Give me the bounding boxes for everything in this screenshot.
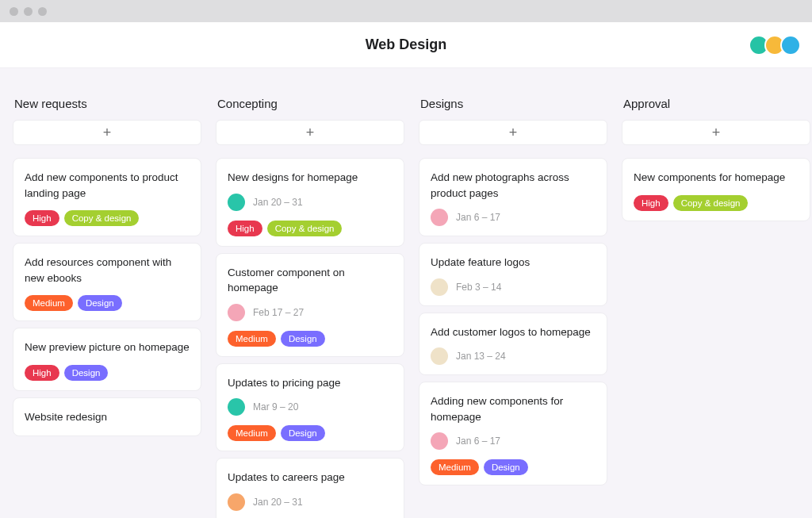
task-date-range: Jan 6 – 17 xyxy=(456,436,500,447)
task-title: Updates to pricing page xyxy=(228,375,393,391)
board-column: Approval+New components for homepageHigh… xyxy=(622,97,810,518)
task-tags: MediumDesign xyxy=(25,295,190,311)
project-members[interactable] xyxy=(753,35,801,56)
traffic-light-zoom[interactable] xyxy=(38,7,47,16)
task-tag[interactable]: Copy & design xyxy=(267,221,343,236)
plus-icon: + xyxy=(306,125,315,140)
task-tag[interactable]: Design xyxy=(64,365,109,381)
window-titlebar xyxy=(0,0,812,22)
task-tag[interactable]: Copy & design xyxy=(64,210,140,226)
task-tag[interactable]: High xyxy=(25,365,59,381)
task-tags: MediumDesign xyxy=(228,425,393,441)
task-date-range: Jan 20 – 31 xyxy=(253,197,303,208)
task-tag[interactable]: Medium xyxy=(431,459,479,475)
task-title: New designs for homepage xyxy=(228,170,393,186)
board-column: Designs+Add new photographs across produ… xyxy=(419,97,607,518)
assignee-avatar[interactable] xyxy=(228,493,245,511)
task-title: Updates to careers page xyxy=(228,470,393,485)
column-title[interactable]: Designs xyxy=(419,97,607,110)
task-card[interactable]: Add resources component with new ebooksM… xyxy=(13,243,201,321)
assignee-avatar[interactable] xyxy=(431,432,448,450)
assignee-avatar[interactable] xyxy=(228,304,245,321)
traffic-light-close[interactable] xyxy=(10,7,18,16)
assignee-avatar[interactable] xyxy=(431,278,448,296)
task-date-range: Feb 3 – 14 xyxy=(456,282,501,293)
column-title[interactable]: New requests xyxy=(13,97,201,110)
task-card[interactable]: Updates to careers pageJan 20 – 31Medium xyxy=(216,458,404,518)
add-task-button[interactable]: + xyxy=(13,120,201,145)
task-date-range: Mar 9 – 20 xyxy=(253,401,298,412)
add-task-button[interactable]: + xyxy=(216,120,404,145)
task-tag[interactable]: Copy & design xyxy=(673,195,749,211)
task-tag[interactable]: Medium xyxy=(228,331,276,347)
task-title: Update feature logos xyxy=(431,255,596,271)
task-date-range: Feb 17 – 27 xyxy=(253,307,304,318)
plus-icon: + xyxy=(103,125,112,140)
task-card[interactable]: Add customer logos to homepageJan 13 – 2… xyxy=(419,313,607,376)
task-card[interactable]: Website redesign xyxy=(13,397,201,437)
task-tags: HighCopy & design xyxy=(228,221,393,236)
column-title[interactable]: Concepting xyxy=(216,97,404,110)
task-tags: HighCopy & design xyxy=(634,195,799,211)
task-tag[interactable]: Design xyxy=(78,295,122,311)
task-card[interactable]: Updates to pricing pageMar 9 – 20MediumD… xyxy=(216,363,404,452)
task-tag[interactable]: High xyxy=(634,195,668,211)
plus-icon: + xyxy=(509,125,518,140)
task-card[interactable]: New preview picture on homepageHighDesig… xyxy=(13,328,201,391)
task-title: Add new components to product landing pa… xyxy=(25,170,190,201)
task-meta: Mar 9 – 20 xyxy=(228,398,393,416)
task-tags: HighDesign xyxy=(25,365,190,381)
task-meta: Jan 13 – 24 xyxy=(431,347,596,365)
task-title: Add customer logos to homepage xyxy=(431,324,596,340)
member-avatar[interactable] xyxy=(780,35,801,56)
board-column: Concepting+New designs for homepageJan 2… xyxy=(216,97,404,518)
project-title: Web Design xyxy=(366,36,447,53)
task-tag[interactable]: Design xyxy=(484,459,528,475)
column-title[interactable]: Approval xyxy=(622,97,810,110)
assignee-avatar[interactable] xyxy=(228,194,245,211)
task-title: Add resources component with new ebooks xyxy=(25,255,190,286)
task-tags: MediumDesign xyxy=(228,331,393,347)
task-card[interactable]: Add new components to product landing pa… xyxy=(13,158,201,236)
add-task-button[interactable]: + xyxy=(419,120,607,145)
task-meta: Jan 20 – 31 xyxy=(228,194,393,211)
task-date-range: Jan 20 – 31 xyxy=(253,497,303,508)
task-tag[interactable]: High xyxy=(228,221,262,236)
task-meta: Feb 3 – 14 xyxy=(431,278,596,296)
task-meta: Jan 6 – 17 xyxy=(431,209,596,226)
task-title: Adding new components for homepage xyxy=(431,393,596,424)
app-header: Web Design xyxy=(0,22,812,68)
task-tag[interactable]: High xyxy=(25,210,59,226)
kanban-board: New requests+Add new components to produ… xyxy=(0,68,812,518)
task-title: Customer component on homepage xyxy=(228,265,393,296)
task-card[interactable]: New designs for homepageJan 20 – 31HighC… xyxy=(216,158,404,247)
task-title: Add new photographs across product pages xyxy=(431,170,596,201)
task-meta: Jan 6 – 17 xyxy=(431,432,596,450)
task-meta: Jan 20 – 31 xyxy=(228,493,393,511)
assignee-avatar[interactable] xyxy=(431,209,448,226)
task-card[interactable]: New components for homepageHighCopy & de… xyxy=(622,158,810,221)
task-tags: HighCopy & design xyxy=(25,210,190,226)
assignee-avatar[interactable] xyxy=(228,398,245,416)
task-date-range: Jan 6 – 17 xyxy=(456,212,500,223)
assignee-avatar[interactable] xyxy=(431,347,448,365)
task-tag[interactable]: Medium xyxy=(25,295,73,311)
task-tag[interactable]: Design xyxy=(281,425,325,441)
task-card[interactable]: Customer component on homepageFeb 17 – 2… xyxy=(216,253,404,357)
task-card[interactable]: Add new photographs across product pages… xyxy=(419,158,607,236)
task-meta: Feb 17 – 27 xyxy=(228,304,393,321)
add-task-button[interactable]: + xyxy=(622,120,810,145)
board-column: New requests+Add new components to produ… xyxy=(13,97,201,518)
task-date-range: Jan 13 – 24 xyxy=(456,351,506,362)
task-tag[interactable]: Design xyxy=(281,331,325,347)
task-card[interactable]: Adding new components for homepageJan 6 … xyxy=(419,382,607,485)
task-card[interactable]: Update feature logosFeb 3 – 14 xyxy=(419,243,607,306)
task-title: New preview picture on homepage xyxy=(25,340,190,355)
task-tags: MediumDesign xyxy=(431,459,596,475)
plus-icon: + xyxy=(712,125,721,140)
task-title: Website redesign xyxy=(25,409,190,425)
traffic-light-minimize[interactable] xyxy=(24,7,33,16)
task-title: New components for homepage xyxy=(634,170,799,186)
task-tag[interactable]: Medium xyxy=(228,425,276,441)
